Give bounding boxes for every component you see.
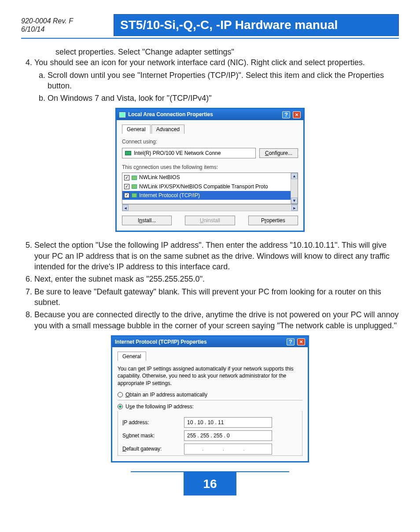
step-7: Be sure to leave "Default gateway" blank… [34, 286, 399, 308]
protocol-icon [132, 184, 137, 189]
lead-in-text: select properties. Select "Change adapte… [55, 47, 399, 57]
scroll-right-icon[interactable]: ► [291, 205, 298, 211]
properties-button[interactable]: Properties [248, 216, 298, 225]
local-area-connection-dialog: Local Area Connection Properties ? × Gen… [115, 108, 305, 232]
list-item-label: NWLink NetBIOS [139, 174, 180, 181]
protocol-icon [132, 193, 137, 198]
step-4: You should see an icon for your network … [34, 57, 399, 103]
configure-button[interactable]: Configure... [259, 148, 298, 158]
subnet-mask-input[interactable]: 255 . 255 . 255 . 0 [184, 430, 272, 441]
page-number: 16 [184, 471, 236, 495]
default-gateway-input[interactable]: . . . [184, 444, 272, 454]
dialog1-title: Local Area Connection Properties [128, 111, 280, 118]
radio-obtain-auto[interactable]: Obtain an IP address automatically [118, 391, 302, 398]
scrollbar-vertical[interactable]: ▲ ▼ [291, 173, 298, 204]
list-item-label: NWLink IPX/SPX/NetBIOS Compatible Transp… [139, 183, 268, 190]
close-icon[interactable]: × [293, 111, 301, 118]
dialog2-titlebar: Internet Protocol (TCP/IP) Properties ? … [112, 337, 308, 347]
step-5: Select the option "Use the following IP … [34, 240, 399, 272]
radio-checked-icon[interactable] [118, 404, 123, 409]
scrollbar-horizontal[interactable]: ◄ ► [122, 204, 298, 211]
scroll-up-icon[interactable]: ▲ [291, 173, 298, 179]
ip-address-input[interactable]: 10 . 10 . 10 . 11 [184, 417, 272, 428]
list-item[interactable]: ✓ NWLink IPX/SPX/NetBIOS Compatible Tran… [122, 182, 298, 191]
radio-use-following[interactable]: Use the following IP address: [118, 400, 302, 410]
tab-general[interactable]: General [118, 352, 146, 361]
nic-adapter-icon [125, 151, 131, 155]
ip-address-label: IP address: [122, 419, 184, 426]
step-6: Next, enter the subnet mask as "255.255.… [34, 274, 399, 284]
nic-field: Intel(R) PRO/100 VE Network Conne [122, 148, 256, 158]
checkbox-checked-icon[interactable]: ✓ [124, 184, 129, 189]
tcpip-explain: You can get IP settings assigned automat… [118, 365, 302, 387]
tcpip-properties-dialog: Internet Protocol (TCP/IP) Properties ? … [111, 335, 309, 462]
help-icon[interactable]: ? [287, 338, 295, 345]
dialog2-title: Internet Protocol (TCP/IP) Properties [115, 338, 284, 345]
step-4a: Scroll down until you see "Internet Prop… [48, 70, 399, 92]
doc-rev: 920-0004 Rev. F [21, 17, 114, 25]
subnet-mask-label: Subnet mask: [122, 432, 184, 439]
radio-unchecked-icon[interactable] [118, 392, 123, 397]
uninstall-button: Uninstall [185, 216, 235, 225]
step-8: Because you are connected directly to th… [34, 309, 399, 331]
items-label: This connection uses the following items… [122, 164, 298, 171]
radio-auto-label: Obtain an IP address automatically [125, 391, 207, 398]
scroll-left-icon[interactable]: ◄ [122, 205, 129, 211]
network-icon [119, 112, 125, 117]
checkbox-checked-icon[interactable]: ✓ [124, 175, 129, 180]
connection-items-list[interactable]: ✓ NWLink NetBIOS ✓ NWLink IPX/SPX/NetBIO… [122, 172, 298, 204]
connect-using-label: Connect using: [122, 138, 298, 145]
doc-title: ST5/10-Si,-Q,-C, -IP Hardware manual [114, 14, 399, 36]
header-rule [21, 38, 399, 39]
list-item-selected[interactable]: ✓ Internet Protocol (TCP/IP) [122, 191, 298, 200]
close-icon[interactable]: × [297, 338, 305, 345]
tab-advanced[interactable]: Advanced [151, 125, 184, 134]
radio-manual-label: Use the following IP address: [125, 403, 194, 410]
list-item[interactable]: ✓ NWLink NetBIOS [122, 173, 298, 182]
nic-name: Intel(R) PRO/100 VE Network Conne [134, 150, 221, 157]
checkbox-checked-icon[interactable]: ✓ [124, 193, 129, 198]
step-4-text: You should see an icon for your network … [34, 58, 365, 67]
dialog1-titlebar: Local Area Connection Properties ? × [117, 109, 303, 120]
list-item-label: Internet Protocol (TCP/IP) [139, 192, 200, 199]
install-button[interactable]: Install... [122, 216, 172, 225]
help-icon[interactable]: ? [282, 111, 290, 118]
scroll-down-icon[interactable]: ▼ [291, 198, 298, 204]
doc-date: 6/10/14 [21, 25, 114, 33]
step-4b: On Windows 7 and Vista, look for "(TCP/I… [48, 93, 399, 103]
default-gateway-label: Default gateway: [122, 445, 184, 452]
protocol-icon [132, 176, 137, 180]
tab-general[interactable]: General [122, 125, 151, 134]
